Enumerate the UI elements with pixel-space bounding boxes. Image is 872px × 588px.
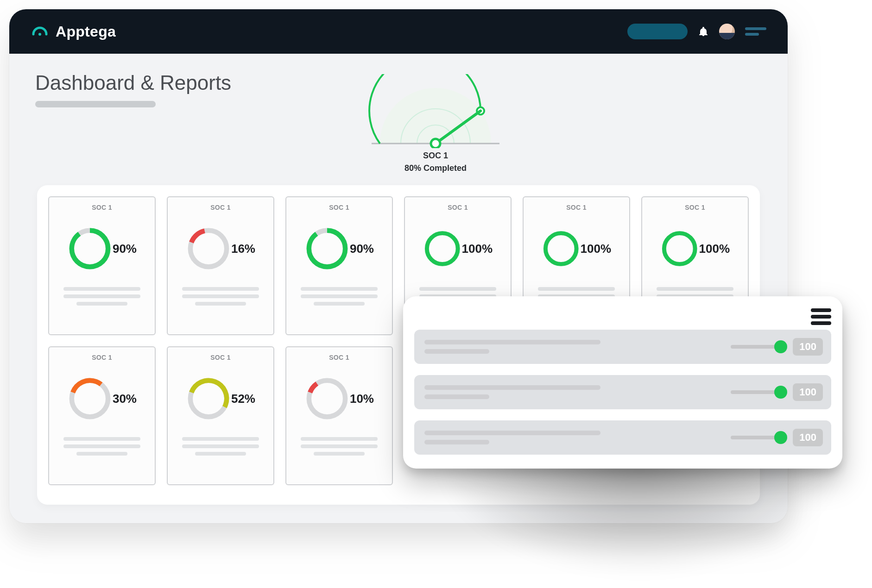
tile-pct: 30% bbox=[113, 392, 137, 406]
score-chip: 100 bbox=[793, 383, 823, 401]
donut-chart: 52% bbox=[186, 364, 255, 433]
tile-label: SOC 1 bbox=[92, 354, 112, 361]
summary-gauge: SOC 1 80% Completed bbox=[352, 74, 519, 173]
tile-skeleton bbox=[182, 287, 259, 306]
gauge-subtitle: 80% Completed bbox=[352, 163, 519, 173]
tile-label: SOC 1 bbox=[448, 204, 468, 211]
svg-point-14 bbox=[545, 233, 576, 264]
tile-label: SOC 1 bbox=[329, 204, 349, 211]
topbar: Apptega bbox=[9, 9, 788, 54]
gauge-title: SOC 1 bbox=[352, 151, 519, 161]
detail-item-controls: 100 bbox=[731, 338, 823, 356]
tile-pct: 10% bbox=[350, 392, 374, 406]
brand: Apptega bbox=[31, 22, 116, 41]
detail-item-text bbox=[424, 431, 600, 444]
tile-pct: 90% bbox=[350, 242, 374, 256]
slider-thumb[interactable] bbox=[774, 386, 787, 399]
topbar-menu-icon[interactable] bbox=[745, 27, 766, 36]
tile-label: SOC 1 bbox=[210, 354, 231, 361]
tile[interactable]: SOC 1 30% bbox=[48, 346, 156, 485]
detail-item[interactable]: 100 bbox=[414, 375, 831, 409]
tile[interactable]: SOC 1 52% bbox=[167, 346, 274, 485]
tile-label: SOC 1 bbox=[685, 204, 705, 211]
tile-pct: 90% bbox=[113, 242, 137, 256]
detail-item[interactable]: 100 bbox=[414, 330, 831, 364]
topbar-pill-button[interactable] bbox=[627, 24, 688, 39]
tile-label: SOC 1 bbox=[329, 354, 349, 361]
tile-label: SOC 1 bbox=[566, 204, 587, 211]
main: Dashboard & Reports SOC 1 80% Completed … bbox=[9, 54, 788, 119]
donut-chart: 100% bbox=[423, 214, 493, 283]
tile-pct: 52% bbox=[231, 392, 255, 406]
slider-thumb[interactable] bbox=[774, 431, 787, 444]
detail-item-controls: 100 bbox=[731, 383, 823, 401]
tile-skeleton bbox=[63, 287, 140, 306]
detail-item-text bbox=[424, 385, 600, 399]
tile-pct: 16% bbox=[231, 242, 255, 256]
tile-skeleton bbox=[63, 437, 140, 456]
donut-chart: 16% bbox=[186, 214, 255, 283]
donut-chart: 30% bbox=[67, 364, 137, 433]
score-chip: 100 bbox=[793, 338, 823, 356]
donut-chart: 90% bbox=[67, 214, 137, 283]
tile-label: SOC 1 bbox=[210, 204, 231, 211]
donut-chart: 90% bbox=[304, 214, 374, 283]
tile[interactable]: SOC 1 10% bbox=[285, 346, 393, 485]
svg-point-10 bbox=[309, 231, 345, 267]
detail-item-text bbox=[424, 340, 600, 354]
tile-label: SOC 1 bbox=[92, 204, 112, 211]
tile-pct: 100% bbox=[699, 242, 730, 256]
score-slider[interactable] bbox=[731, 436, 786, 439]
svg-point-6 bbox=[72, 231, 108, 267]
donut-chart: 10% bbox=[304, 364, 374, 433]
score-slider[interactable] bbox=[731, 345, 786, 349]
tile[interactable]: SOC 1 90% bbox=[48, 196, 156, 335]
detail-item-controls: 100 bbox=[731, 429, 823, 446]
stage: Apptega Dashboard & Reports bbox=[0, 0, 872, 588]
title-placeholder bbox=[35, 101, 156, 107]
tile-skeleton bbox=[301, 287, 378, 306]
tile-pct: 100% bbox=[581, 242, 612, 256]
donut-chart: 100% bbox=[660, 214, 730, 283]
tile[interactable]: SOC 1 90% bbox=[285, 196, 393, 335]
donut-chart: 100% bbox=[542, 214, 611, 283]
tile-pct: 100% bbox=[462, 242, 493, 256]
slider-thumb[interactable] bbox=[774, 340, 787, 353]
score-slider[interactable] bbox=[731, 390, 786, 394]
avatar[interactable] bbox=[719, 24, 735, 39]
detail-panel: 100 100 100 bbox=[403, 296, 842, 469]
svg-point-12 bbox=[427, 233, 458, 264]
svg-point-0 bbox=[38, 33, 41, 36]
hamburger-icon[interactable] bbox=[811, 308, 831, 325]
score-chip: 100 bbox=[793, 429, 823, 446]
tile-skeleton bbox=[182, 437, 259, 456]
brand-name: Apptega bbox=[56, 23, 116, 40]
topbar-right bbox=[627, 24, 766, 39]
svg-point-4 bbox=[431, 139, 440, 148]
tile[interactable]: SOC 1 16% bbox=[167, 196, 274, 335]
tile-skeleton bbox=[301, 437, 378, 456]
svg-point-16 bbox=[664, 233, 695, 264]
detail-item[interactable]: 100 bbox=[414, 420, 831, 455]
logo-icon bbox=[31, 22, 49, 41]
bell-icon[interactable] bbox=[698, 26, 709, 37]
